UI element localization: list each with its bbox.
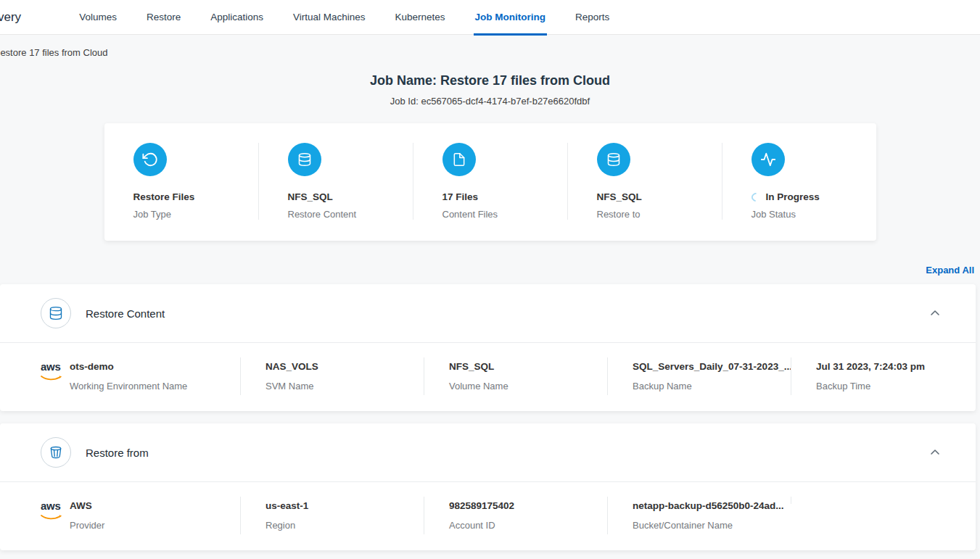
chevron-up-icon xyxy=(929,307,941,319)
summary-value: Restore Files xyxy=(133,191,258,202)
restore-content-row: aws ots-demo Working Environment Name NA… xyxy=(0,342,976,411)
field-value: netapp-backup-d56250b0-24ad... xyxy=(633,500,791,511)
summary-value: NFS_SQL xyxy=(597,191,722,202)
pulse-icon xyxy=(752,143,785,176)
tab-applications[interactable]: Applications xyxy=(210,0,263,35)
in-progress-spinner-icon xyxy=(749,191,762,203)
job-status-value: In Progress xyxy=(752,191,876,202)
summary-label: Job Status xyxy=(752,209,876,220)
tab-virtual-machines[interactable]: Virtual Machines xyxy=(293,0,366,35)
field-account-id: 982589175402 Account ID xyxy=(424,500,607,531)
aws-logo: aws xyxy=(41,361,70,384)
summary-label: Content Files xyxy=(442,209,567,220)
field-region: us-east-1 Region xyxy=(240,500,424,531)
restore-icon xyxy=(133,143,167,176)
field-value: SQL_Servers_Daily_07-31-2023_... xyxy=(633,361,791,372)
field-value: ots-demo xyxy=(70,361,240,372)
summary-item-restore-to: NFS_SQL Restore to xyxy=(567,143,722,220)
field-backup-name: SQL_Servers_Daily_07-31-2023_... Backup … xyxy=(607,361,791,392)
expand-all-row: Expand All xyxy=(0,263,974,276)
field-working-environment: ots-demo Working Environment Name xyxy=(70,361,240,392)
summary-value: 17 Files xyxy=(442,191,567,202)
database-icon xyxy=(288,143,321,176)
field-label: Backup Time xyxy=(816,381,976,392)
bucket-outline-icon xyxy=(41,437,71,468)
field-volume-name: NFS_SQL Volume Name xyxy=(424,361,607,392)
aws-logo: aws xyxy=(41,500,70,523)
field-backup-time: Jul 31 2023, 7:24:03 pm Backup Time xyxy=(791,361,976,392)
section-title: Restore Content xyxy=(86,307,165,320)
database-icon xyxy=(597,143,630,176)
summary-value: NFS_SQL xyxy=(288,191,413,202)
field-label: Provider xyxy=(70,520,240,531)
restore-from-section-header[interactable]: Restore from xyxy=(0,423,976,481)
collapse-section-button[interactable] xyxy=(925,442,945,463)
page-title: Job Name: Restore 17 files from Cloud xyxy=(0,73,980,88)
tab-reports[interactable]: Reports xyxy=(575,0,609,35)
tab-job-monitoring[interactable]: Job Monitoring xyxy=(475,0,545,35)
summary-item-job-status: In Progress Job Status xyxy=(722,143,876,220)
field-svm-name: NAS_VOLS SVM Name xyxy=(240,361,424,392)
field-value: Jul 31 2023, 7:24:03 pm xyxy=(816,361,976,372)
summary-item-content-files: 17 Files Content Files xyxy=(413,143,567,220)
tab-restore[interactable]: Restore xyxy=(147,0,181,35)
job-summary-card: Restore Files Job Type NFS_SQL Restore C… xyxy=(104,123,876,241)
summary-label: Restore Content xyxy=(288,209,413,220)
top-navigation: very Volumes Restore Applications Virtua… xyxy=(0,0,980,35)
field-label: Region xyxy=(265,520,424,531)
tab-kubernetes[interactable]: Kubernetes xyxy=(395,0,445,35)
field-label: Working Environment Name xyxy=(70,381,240,392)
field-value: 982589175402 xyxy=(449,500,607,511)
summary-value: In Progress xyxy=(766,191,820,202)
restore-from-row: aws AWS Provider us-east-1 Region 982589… xyxy=(0,481,976,550)
expand-all-link[interactable]: Expand All xyxy=(926,265,974,276)
summary-item-job-type: Restore Files Job Type xyxy=(104,143,258,220)
breadcrumb[interactable]: Restore 17 files from Cloud xyxy=(0,47,980,58)
file-icon xyxy=(442,143,476,176)
field-label: Bucket/Container Name xyxy=(633,520,791,531)
field-value: NFS_SQL xyxy=(449,361,607,372)
summary-label: Restore to xyxy=(597,209,722,220)
collapse-section-button[interactable] xyxy=(925,303,945,323)
field-label: Account ID xyxy=(449,520,607,531)
field-value: NAS_VOLS xyxy=(265,361,424,372)
field-label: SVM Name xyxy=(265,381,424,392)
field-label: Volume Name xyxy=(449,381,607,392)
aws-logo-text: aws xyxy=(41,501,70,510)
database-outline-icon xyxy=(41,298,71,328)
field-value: AWS xyxy=(70,500,240,511)
section-title: Restore from xyxy=(86,447,149,459)
restore-content-section: Restore Content aws ots-demo Working Env… xyxy=(0,284,976,411)
summary-label: Job Type xyxy=(133,209,258,220)
nav-tabs: Volumes Restore Applications Virtual Mac… xyxy=(79,0,609,35)
aws-logo-text: aws xyxy=(41,362,70,371)
restore-from-section: Restore from aws AWS Provider us-east-1 … xyxy=(0,423,976,550)
field-label: Backup Name xyxy=(633,381,791,392)
field-provider: AWS Provider xyxy=(70,500,240,531)
restore-content-section-header[interactable]: Restore Content xyxy=(0,284,976,342)
summary-item-restore-content: NFS_SQL Restore Content xyxy=(258,143,413,220)
field-value: us-east-1 xyxy=(265,500,424,511)
job-id-text: Job Id: ec567065-dcf4-4174-b7ef-b27e6620… xyxy=(0,96,980,107)
tab-volumes[interactable]: Volumes xyxy=(79,0,117,35)
chevron-up-icon xyxy=(929,447,941,458)
brand-partial-text: very xyxy=(0,10,21,25)
field-bucket-name: netapp-backup-d56250b0-24ad... Bucket/Co… xyxy=(607,500,791,531)
